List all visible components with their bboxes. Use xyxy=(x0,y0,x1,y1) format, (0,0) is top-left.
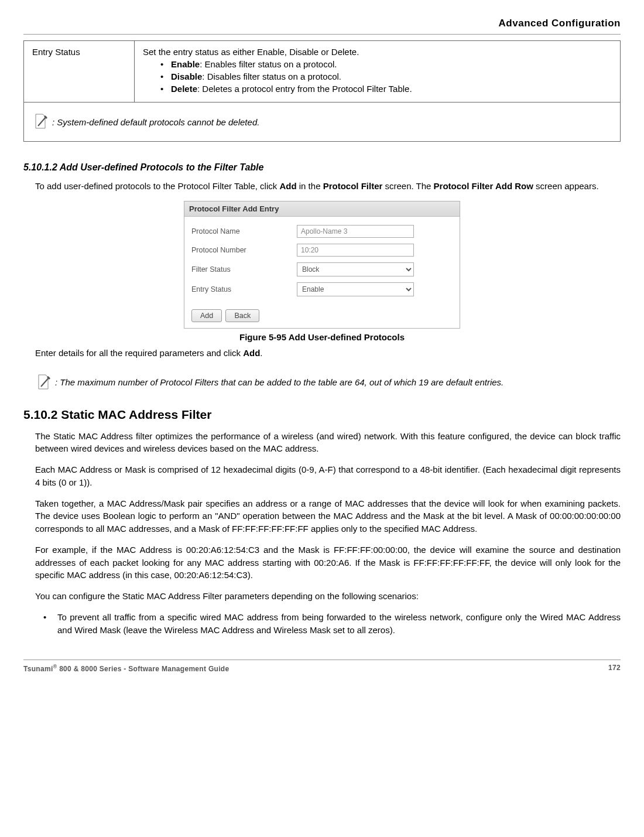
note-text: : System-defined default protocols canno… xyxy=(52,117,259,127)
filter-status-label: Filter Status xyxy=(191,265,297,274)
protocol-name-input[interactable] xyxy=(297,225,414,238)
note-row: : System-defined default protocols canno… xyxy=(24,103,621,142)
note-icon xyxy=(32,113,49,131)
max-filters-note: : The maximum number of Protocol Filters… xyxy=(35,374,621,391)
entry-status-table: Entry Status Set the entry status as eit… xyxy=(23,40,621,142)
entry-status-form-label: Entry Status xyxy=(191,285,297,293)
bullet-delete: •Delete: Deletes a protocol entry from t… xyxy=(160,84,612,94)
protocol-filter-add-entry-panel: Protocol Filter Add Entry Protocol Name … xyxy=(184,201,460,329)
page-footer: Tsunami® 800 & 8000 Series - Software Ma… xyxy=(23,660,621,673)
footer-page-number: 172 xyxy=(608,664,621,673)
section-5-10-1-2-heading: 5.10.1.2 Add User-defined Protocols to t… xyxy=(23,162,621,173)
entry-status-label: Entry Status xyxy=(24,41,135,103)
panel-title: Protocol Filter Add Entry xyxy=(184,201,460,217)
page-header: Advanced Configuration xyxy=(23,18,621,35)
protocol-name-label: Protocol Name xyxy=(191,227,297,235)
add-protocol-intro: To add user-defined protocols to the Pro… xyxy=(35,180,621,193)
protocol-number-input[interactable] xyxy=(297,244,414,257)
add-button[interactable]: Add xyxy=(191,309,222,322)
mac-p2: Each MAC Address or Mask is comprised of… xyxy=(35,463,621,489)
enter-details-text: Enter details for all the required param… xyxy=(35,347,621,360)
bullet-enable: •Enable: Enables filter status on a prot… xyxy=(160,59,612,69)
filter-status-select[interactable]: Block xyxy=(297,262,414,276)
entry-status-desc: Set the entry status as either Enable, D… xyxy=(135,41,621,103)
protocol-number-label: Protocol Number xyxy=(191,246,297,254)
entry-status-select[interactable]: Enable xyxy=(297,282,414,296)
mac-p4: For example, if the MAC Address is 00:20… xyxy=(35,544,621,582)
mac-p1: The Static MAC Address filter optimizes … xyxy=(35,430,621,456)
bullet-disable: •Disable: Disables filter status on a pr… xyxy=(160,71,612,81)
max-filters-note-text: : The maximum number of Protocol Filters… xyxy=(55,377,503,387)
figure-5-95: Protocol Filter Add Entry Protocol Name … xyxy=(23,201,621,342)
mac-p5: You can configure the Static MAC Address… xyxy=(35,590,621,603)
mac-bullet-1: •To prevent all traffic from a specific … xyxy=(57,611,621,637)
footer-left: Tsunami® 800 & 8000 Series - Software Ma… xyxy=(23,664,229,673)
note-icon xyxy=(35,374,52,391)
figure-caption: Figure 5-95 Add User-defined Protocols xyxy=(23,332,621,342)
section-5-10-2-heading: 5.10.2 Static MAC Address Filter xyxy=(23,408,621,422)
entry-status-intro: Set the entry status as either Enable, D… xyxy=(143,47,612,57)
mac-p3: Taken together, a MAC Address/Mask pair … xyxy=(35,497,621,535)
back-button[interactable]: Back xyxy=(225,309,259,322)
